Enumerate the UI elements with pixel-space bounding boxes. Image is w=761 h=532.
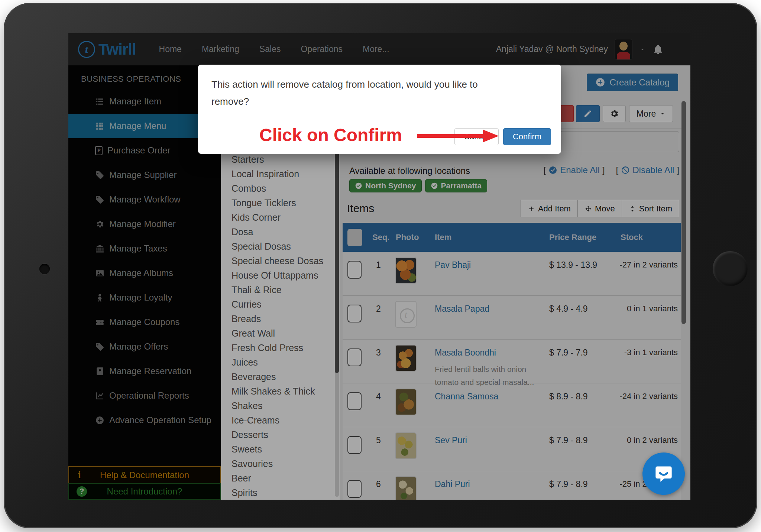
annotation-arrow-shaft	[417, 134, 484, 138]
tablet-home-button	[713, 251, 748, 286]
annotation-arrow-head	[483, 130, 499, 142]
page: t Twirll Home Marketing Sales Operations…	[0, 0, 761, 532]
confirm-button[interactable]: Confirm	[503, 128, 551, 145]
chat-icon	[654, 464, 673, 483]
annotation-click-on-confirm: Click on Confirm	[259, 125, 402, 145]
dialog-message: This action will remove catalog from loc…	[198, 65, 522, 110]
chat-launcher-button[interactable]	[642, 452, 685, 495]
tablet-camera	[39, 264, 50, 274]
